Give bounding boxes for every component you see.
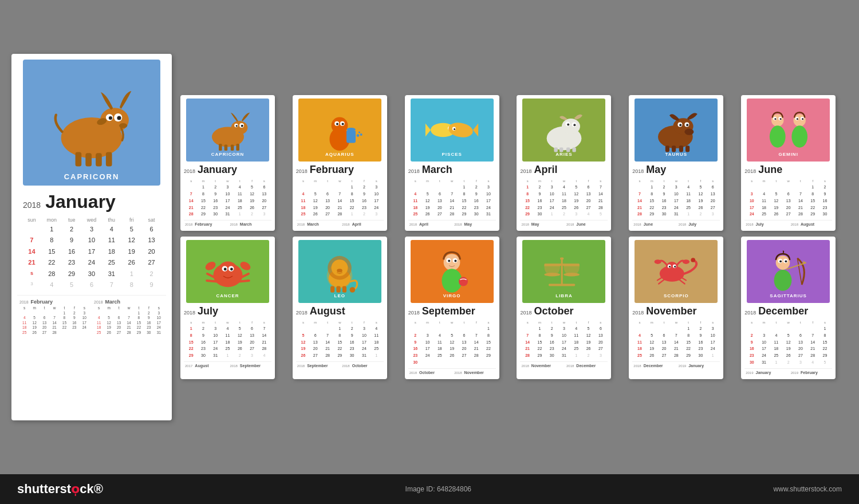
small-card-december: SAGITTARIUS 2018 December smtwtfs 1 2345… [741, 237, 836, 379]
zodiac-virgo-small: VIRGO [411, 240, 494, 303]
mini-march: 2018 March smtwtfs 123 45678910 11121314… [94, 299, 164, 335]
cal-week-3: 14 15 16 17 18 19 20 [22, 246, 161, 257]
small-card-october: LIBRA 2018 October smtwtfs 123456 789101… [517, 237, 611, 379]
small-card-november: SCORPIO 2018 November smtwtfs 123 456789… [629, 237, 723, 379]
svg-point-118 [691, 258, 695, 262]
svg-rect-95 [337, 286, 341, 293]
svg-line-122 [659, 279, 664, 284]
cal-week-4: 21 22 23 24 25 26 27 [22, 257, 161, 268]
svg-rect-55 [665, 145, 669, 152]
small-card-may: TAURUS 2018 May smtwtfs 123456 789101112… [629, 95, 723, 231]
zodiac-label-mar: PISCES [411, 152, 494, 157]
svg-point-72 [218, 261, 238, 281]
svg-point-115 [674, 266, 676, 267]
svg-rect-21 [236, 144, 239, 151]
svg-point-93 [350, 287, 356, 293]
svg-point-103 [459, 277, 468, 286]
zodiac-capricorn-small: CAPRICORN [186, 99, 269, 162]
zodiac-aries-small: ARIES [522, 99, 605, 162]
svg-point-128 [785, 260, 787, 262]
svg-point-100 [455, 260, 457, 262]
svg-point-113 [665, 262, 678, 274]
small-card-june: GEMINI 2018 June smtwtfs 12 3456789 1011… [741, 95, 836, 231]
svg-point-68 [802, 118, 803, 120]
svg-point-54 [684, 129, 693, 135]
aquarius-icon [311, 107, 368, 153]
svg-rect-10 [96, 153, 102, 166]
taurus-icon [648, 107, 705, 153]
svg-point-130 [779, 260, 782, 262]
svg-rect-96 [342, 286, 346, 293]
zodiac-leo-small: LEO [298, 240, 381, 303]
svg-rect-11 [106, 152, 112, 167]
svg-rect-106 [560, 257, 564, 259]
cal-week-5: s 28 29 30 31 1 2 [22, 269, 161, 279]
bottom-bar: shuttersto̩ck® Image ID: 648284806 www.s… [0, 474, 859, 504]
svg-rect-58 [685, 145, 689, 152]
svg-rect-105 [549, 284, 575, 286]
svg-line-82 [239, 281, 249, 282]
svg-rect-57 [679, 145, 683, 152]
year-large: 2018 [23, 200, 41, 210]
svg-rect-94 [330, 286, 334, 293]
svg-point-35 [447, 121, 474, 139]
svg-point-74 [230, 268, 233, 271]
large-january-card: CAPRICORN 2018 January sun mon tue wed t… [11, 54, 172, 420]
zodiac-label-aug: LEO [298, 293, 381, 298]
zodiac-taurus-small: TAURUS [635, 99, 718, 162]
svg-rect-9 [85, 153, 92, 166]
small-card-april: ARIES 2018 April smtwtfs 1234567 8910111… [517, 95, 611, 231]
svg-rect-56 [672, 145, 676, 152]
pisces-icon [423, 107, 480, 153]
svg-point-15 [241, 125, 243, 127]
small-cards-grid: CAPRICORN 2018 January smtwtfs 123456 78… [180, 95, 848, 379]
goat-icon [40, 77, 143, 168]
small-card-march: PISCES 2018 March smtwtfs 123 45678910 1… [405, 95, 499, 231]
month-title-large: 2018 January [17, 191, 166, 212]
zodiac-label-jun: GEMINI [747, 152, 830, 157]
svg-point-102 [448, 260, 450, 262]
aries-icon [535, 107, 593, 153]
svg-rect-104 [561, 258, 563, 285]
zodiac-label-may: TAURUS [635, 152, 718, 157]
svg-point-37 [454, 128, 455, 130]
svg-point-53 [679, 124, 681, 126]
gemini-icon [760, 107, 817, 153]
small-card-september: VIRGO 2018 September smtwtfs 1 2345678 9… [405, 237, 499, 379]
svg-point-27 [336, 123, 338, 125]
cal-week-6: 3 4 5 6 7 8 9 [22, 279, 161, 290]
image-id: Image ID: 648284806 [405, 485, 471, 493]
svg-point-92 [337, 269, 343, 272]
zodiac-libra-small: LIBRA [522, 240, 605, 303]
svg-point-13 [231, 121, 247, 135]
zodiac-gemini-small: GEMINI [747, 99, 830, 162]
svg-rect-8 [76, 152, 82, 167]
zodiac-label-jul: CANCER [186, 293, 269, 298]
zodiac-cancer-small: CANCER [186, 240, 269, 303]
scorpio-icon [648, 249, 705, 294]
svg-point-119 [654, 259, 661, 264]
zodiac-label-oct: LIBRA [522, 293, 605, 298]
svg-point-29 [357, 134, 360, 137]
zodiac-label-sep: VIRGO [411, 293, 494, 298]
virgo-icon [423, 249, 480, 294]
cal-header: sun mon tue wed thu fri sat [22, 217, 161, 223]
svg-line-80 [207, 281, 216, 282]
sagittarius-icon [760, 249, 817, 294]
small-card-january: CAPRICORN 2018 January smtwtfs 123456 78… [180, 95, 275, 231]
cal-week-2: 7 8 9 10 11 12 13 [22, 235, 161, 246]
leo-icon [311, 249, 368, 294]
svg-point-108 [544, 273, 560, 276]
small-card-july: CANCER 2018 July smtwtfs 1234567 8910111… [180, 237, 275, 379]
svg-point-30 [358, 132, 360, 133]
zodiac-label-nov: SCORPIO [635, 293, 718, 298]
zodiac-sagittarius-small: SAGITTARIUS [747, 240, 830, 303]
zodiac-aquarius-small: AQUARIUS [298, 99, 381, 162]
zodiac-image-large: CAPRICORN [23, 60, 160, 186]
zodiac-label-apr: ARIES [522, 152, 605, 157]
zodiac-label-dec: SAGITTARIUS [747, 293, 830, 298]
small-card-february: AQUARIUS 2018 February smtwtfs 123 45678… [293, 95, 387, 231]
svg-point-51 [686, 124, 688, 126]
svg-point-60 [770, 125, 786, 147]
svg-point-66 [774, 118, 776, 120]
